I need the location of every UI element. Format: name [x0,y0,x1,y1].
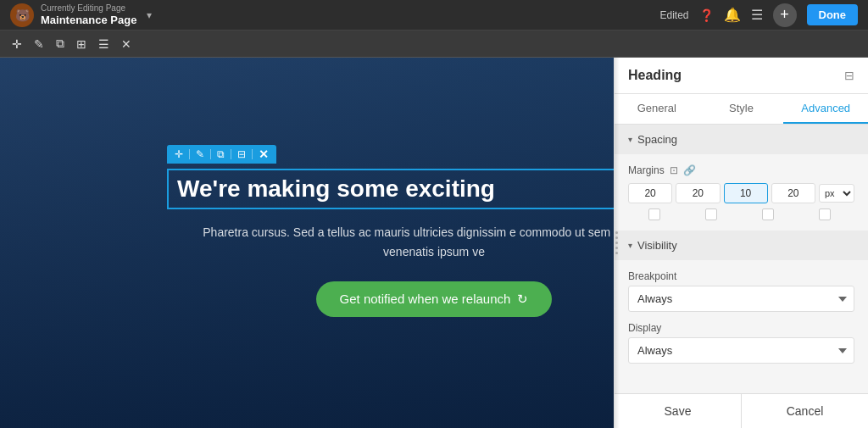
toolbar: ✛ ✎ ⧉ ⊞ ☰ ✕ [0,31,868,58]
margin-bottom-checkbox[interactable] [762,208,774,220]
add-button[interactable]: + [773,3,797,27]
spacing-section-label: Spacing [637,133,677,146]
drag-dot [615,252,618,254]
chevron-down-icon: ▾ [628,135,632,144]
edited-badge: Edited [659,9,688,21]
panel-footer: Save Cancel [615,393,868,428]
margin-checkboxes [628,208,854,220]
grid-icon[interactable]: ⊞ [73,36,90,53]
margin-left-cb-cell [798,208,851,220]
deselect-icon[interactable]: ✕ [256,147,271,161]
duplicate-icon[interactable]: ⧉ [53,35,68,53]
tab-general[interactable]: General [615,94,699,124]
visibility-section-body: Breakpoint Always Desktop Tablet Mobile … [615,260,868,384]
margin-bottom-input[interactable] [724,183,768,203]
breakpoint-select[interactable]: Always Desktop Tablet Mobile [628,286,854,312]
move-icon[interactable]: ✛ [8,36,25,53]
topbar-right: Edited ❓ 🔔 ☰ + Done [659,3,858,27]
display-label: Display [628,322,854,334]
visibility-section-label: Visibility [637,239,677,252]
help-icon[interactable]: ❓ [699,8,714,22]
page-title: Maintenance Page [41,14,136,27]
panel-tabs: General Style Advanced [615,94,868,125]
separator [210,149,211,159]
spacing-section-header[interactable]: ▾ Spacing [615,125,868,154]
breakpoint-label: Breakpoint [628,270,854,282]
tab-advanced[interactable]: Advanced [783,94,868,124]
panel-header: Heading ⊟ [615,58,868,94]
topbar: 🐻 Currently Editing Page Maintenance Pag… [0,0,868,31]
margin-top-input[interactable] [628,183,672,203]
subtext: Pharetra cursus. Sed a tellus ac mauris … [188,223,680,261]
canvas: ✛ ✎ ⧉ ⊟ ✕ We're making some exciting Pha… [0,58,868,428]
panel-content: ▾ Spacing Margins ⊡ 🔗 px % em [615,125,868,393]
refresh-icon: ↻ [517,292,528,307]
drag-dot [615,231,618,234]
separator [189,149,190,159]
visibility-section-header[interactable]: ▾ Visibility [615,231,868,260]
cta-button[interactable]: Get notified when we relaunch ↻ [316,281,553,317]
breakpoint-field: Breakpoint Always Desktop Tablet Mobile [628,270,854,312]
margin-right-input[interactable] [676,183,720,203]
editing-context-label: Currently Editing Page [41,3,136,14]
margin-right-checkbox[interactable] [705,208,717,220]
drag-dot [615,242,618,244]
settings-panel: Heading ⊟ General Style Advanced ▾ Spaci… [614,58,868,428]
minimize-icon[interactable]: ⊟ [844,69,854,82]
panel-drag-handle[interactable] [615,58,620,428]
element-toolbar: ✛ ✎ ⧉ ⊟ ✕ [167,145,276,164]
move-handle-icon[interactable]: ✛ [172,147,186,161]
avatar: 🐻 [10,3,34,27]
display-select[interactable]: Always Never Desktop Mobile [628,337,854,364]
copy-element-icon[interactable]: ⧉ [214,147,227,161]
done-button[interactable]: Done [807,4,859,25]
topbar-titles: Currently Editing Page Maintenance Page [41,3,136,27]
bell-icon[interactable]: 🔔 [724,7,741,23]
tab-style[interactable]: Style [699,94,784,124]
margins-label-row: Margins ⊡ 🔗 [628,164,854,176]
close-icon[interactable]: ✕ [118,36,135,53]
spacing-section-body: Margins ⊡ 🔗 px % em [615,154,868,231]
margin-top-cb-cell [628,208,682,220]
separator [231,149,231,159]
cta-label: Get notified when we relaunch [340,292,511,306]
margin-left-checkbox[interactable] [819,208,831,220]
separator [252,149,253,159]
save-button[interactable]: Save [615,394,742,428]
margins-device-icon[interactable]: ⊡ [670,164,678,176]
margins-label: Margins [628,164,665,176]
edit-icon[interactable]: ✎ [31,36,47,53]
unit-select[interactable]: px % em [819,184,854,203]
display-field: Display Always Never Desktop Mobile [628,322,854,364]
edit-tool-icon[interactable]: ✎ [193,147,207,161]
cancel-button[interactable]: Cancel [742,394,868,428]
margin-top-checkbox[interactable] [648,208,660,220]
margin-inputs: px % em [628,183,854,203]
topbar-left: 🐻 Currently Editing Page Maintenance Pag… [10,3,152,27]
menu-icon[interactable]: ☰ [95,36,113,53]
columns-icon[interactable]: ⊟ [235,147,248,161]
panel-title: Heading [628,68,682,83]
list-icon[interactable]: ☰ [751,7,763,23]
margin-bottom-cb-cell [742,208,795,220]
margin-left-input[interactable] [771,183,815,203]
link-icon[interactable]: 🔗 [683,164,696,176]
margin-right-cb-cell [685,208,738,220]
chevron-down-icon: ▾ [628,241,632,250]
drag-dot [615,236,618,239]
chevron-down-icon[interactable]: ▾ [147,9,152,21]
drag-dot [615,247,618,249]
